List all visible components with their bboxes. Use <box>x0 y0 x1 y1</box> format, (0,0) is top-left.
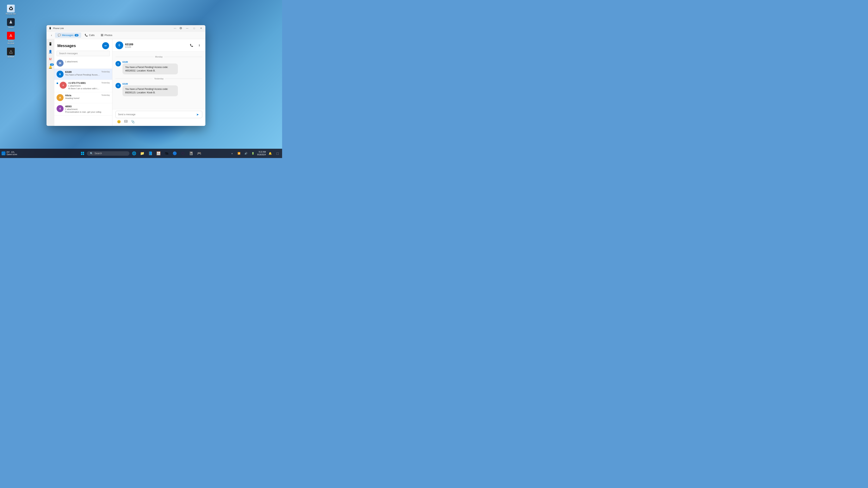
sidebar-contacts-icon[interactable]: 👤 <box>47 48 54 55</box>
3dmark-image: △ <box>7 47 15 55</box>
taskbar-center: 🔍 Search 🌐 📁 📘 🪟 🛍 🔵 ⬡ 📓 🎮 <box>80 150 203 157</box>
title-bar-left: 📱 Phone Link <box>49 27 64 29</box>
list-item[interactable]: 4 48593 1 attachment.Procrastination is … <box>54 103 112 116</box>
messages-tab-icon: 💬 <box>58 34 61 37</box>
conversation-header: 6 63189 63189 📞 ℹ <box>113 39 206 52</box>
taskbar-app-teams[interactable]: 📘 <box>147 150 154 157</box>
volume-icon[interactable]: 🔊 <box>243 150 249 157</box>
list-item[interactable]: + +1 973·771·6001 1 attachment.Hi there … <box>54 80 112 92</box>
msg-avatar: 6 <box>57 71 64 78</box>
taskbar-search[interactable]: 🔍 Search <box>87 151 129 156</box>
3dmark-icon[interactable]: △ 3DMark <box>4 47 18 59</box>
call-action-btn[interactable]: 📞 <box>188 42 194 48</box>
taskbar-left: 🏒 PIT · STL Game score <box>2 151 17 156</box>
emoji-button[interactable]: 😊 <box>116 119 122 124</box>
steam-icon[interactable]: ♟ Steam <box>4 18 18 29</box>
notification-bell[interactable]: 🔔 <box>267 150 273 157</box>
wifi-icon[interactable]: 📶 <box>236 150 242 157</box>
svg-rect-0 <box>81 152 82 153</box>
send-button[interactable]: ➤ <box>195 112 200 117</box>
bubble-wrapper: 63189 You have a Parcel Pending! Access … <box>122 61 202 74</box>
taskbar-app-slack[interactable]: ⬡ <box>179 150 186 157</box>
phone-link-title: Phone Link <box>53 27 64 29</box>
msg-content: 48593 1 attachment.Procrastination is re… <box>65 105 110 113</box>
sidebar-gmail-icon[interactable]: M <box>47 56 54 62</box>
message-input[interactable] <box>118 113 193 116</box>
adobe-acrobat-icon[interactable]: A Adobe Acrobat <box>4 31 18 45</box>
battery-icon[interactable]: 🔋 <box>250 150 256 157</box>
list-item[interactable]: 6 63189 You have a Parcel Pending! Acces… <box>54 69 112 80</box>
msg-avatar: A <box>57 94 64 101</box>
list-item[interactable]: M 1 attachment. <box>54 58 112 69</box>
message-bubble: You have a Parcel Pending! Access code: … <box>122 86 178 96</box>
info-action-btn[interactable]: ℹ <box>196 42 202 48</box>
gif-button[interactable]: 🎞 <box>123 119 129 124</box>
left-sidebar: 📱 👤 M 🔔 +39 <box>46 39 54 126</box>
attachment-button[interactable]: 📎 <box>130 119 135 124</box>
game-score-label: Game score <box>7 153 17 156</box>
bubble-avatar: 6 <box>116 61 121 66</box>
compose-button[interactable]: ✏ <box>102 42 109 49</box>
3dmark-label: 3DMark <box>7 56 14 58</box>
taskbar-app-store[interactable]: 🛍 <box>163 150 170 157</box>
msg-preview: 1 attachment.Procrastination is real...g… <box>65 108 110 113</box>
clock-area[interactable]: 9:22 AM 9/18/2024 <box>257 151 266 156</box>
messages-tab-badge: 10 <box>74 34 79 36</box>
messages-heading: Messages <box>57 43 76 48</box>
game-score-teams: PIT · STL <box>7 151 17 153</box>
messages-panel: Messages ✏ Search messages M 1 attachmen… <box>54 39 113 126</box>
calls-tab-label: Calls <box>89 34 95 37</box>
game-score-widget[interactable]: 🏒 PIT · STL Game score <box>2 151 17 156</box>
start-button[interactable] <box>80 150 86 157</box>
tab-calls[interactable]: 📞 Calls <box>82 33 97 38</box>
date-divider-monday: Monday <box>116 56 202 58</box>
current-time: 9:22 AM <box>257 151 266 153</box>
message-bubble: You have a Parcel Pending! Access code: … <box>122 64 178 74</box>
list-item[interactable]: A Alicia Heading home! Yesterday <box>54 92 112 103</box>
minimize-btn[interactable]: — <box>185 26 189 30</box>
desktop-icons: ♻ Recycle Bin ♟ Steam A Adobe Acrobat △ … <box>4 4 18 59</box>
svg-rect-1 <box>83 152 84 153</box>
search-messages-input[interactable]: Search messages <box>57 51 110 56</box>
contact-name: 63189 <box>125 42 133 46</box>
msg-content: 63189 You have a Parcel Pending! Access … <box>65 71 100 76</box>
sidebar-notifications-icon[interactable]: 🔔 +39 <box>47 64 54 70</box>
taskbar-app-chrome[interactable]: 🔵 <box>171 150 178 157</box>
notifications-badge: +39 <box>50 64 54 66</box>
back-btn[interactable]: ‹ <box>49 33 54 38</box>
taskbar-app-edge[interactable]: 🌐 <box>131 150 137 157</box>
tab-messages[interactable]: 💬 Messages 10 <box>55 33 81 38</box>
contact-avatar: 6 <box>116 41 123 49</box>
search-icon: 🔍 <box>90 152 93 155</box>
show-hidden-icons-btn[interactable]: ∧ <box>229 150 235 157</box>
msg-preview: 1 attachment.Hi there I am a volunteer w… <box>68 85 100 90</box>
taskbar-app-notion[interactable]: 📓 <box>188 150 194 157</box>
contact-sub: 63189 <box>125 46 133 48</box>
taskbar: 🏒 PIT · STL Game score 🔍 Search 🌐 📁 📘 🪟 … <box>0 149 282 158</box>
taskbar-app-windows[interactable]: 🪟 <box>155 150 162 157</box>
message-bubble-row: 6 63189 You have a Parcel Pending! Acces… <box>116 83 202 96</box>
recycle-bin-icon[interactable]: ♻ Recycle Bin <box>4 4 18 16</box>
contact-details: 63189 63189 <box>125 42 133 48</box>
tab-photos[interactable]: 🖼 Photos <box>98 33 115 38</box>
messages-tab-label: Messages <box>62 34 73 37</box>
conversation-actions: 📞 ℹ <box>188 42 202 48</box>
photos-tab-icon: 🖼 <box>101 34 103 37</box>
game-score-details: PIT · STL Game score <box>7 151 17 156</box>
msg-time: Yesterday <box>101 71 110 73</box>
msg-avatar: M <box>57 60 64 67</box>
steam-image: ♟ <box>7 18 15 26</box>
msg-avatar: 4 <box>57 105 64 112</box>
maximize-btn[interactable]: □ <box>192 26 196 30</box>
adobe-acrobat-label: Adobe Acrobat <box>5 40 17 44</box>
game-score-icon: 🏒 <box>2 152 5 155</box>
message-input-row: ➤ <box>116 111 202 118</box>
sidebar-phone-icon[interactable]: 📱 <box>47 41 54 47</box>
more-options-btn[interactable]: ··· <box>174 27 176 30</box>
settings-btn[interactable]: ⚙ <box>179 26 182 30</box>
taskview-btn[interactable]: ⬚ <box>274 150 281 157</box>
svg-rect-3 <box>83 154 84 155</box>
taskbar-app-explorer[interactable]: 📁 <box>139 150 146 157</box>
taskbar-app-gaming[interactable]: 🎮 <box>196 150 203 157</box>
close-btn[interactable]: ✕ <box>199 26 203 30</box>
